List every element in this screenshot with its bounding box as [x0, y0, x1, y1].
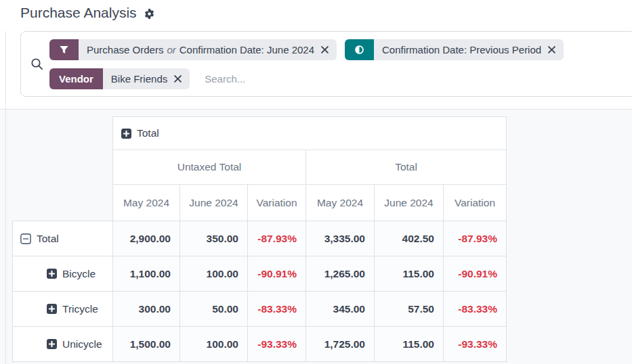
search-bar[interactable]: Purchase Orders or Confirmation Date: Ju…	[20, 31, 632, 97]
pivot-view: Total Untaxed Total Total May 2024 June …	[0, 109, 632, 364]
pivot-cell: 57.50	[375, 292, 444, 327]
page-title: Purchase Analysis	[20, 5, 137, 21]
row-label: Total	[37, 233, 59, 245]
column-header-june-2024[interactable]: June 2024	[375, 185, 444, 221]
measure-header-total[interactable]: Total	[306, 150, 507, 185]
column-header-june-2024[interactable]: June 2024	[180, 185, 248, 221]
pivot-cell: 3,335.00	[306, 221, 375, 256]
close-icon[interactable]	[321, 46, 329, 53]
pivot-cell: 50.00	[180, 292, 248, 327]
facet-comparison-label: Confirmation Date: Previous Period	[382, 44, 541, 55]
facet-list: Purchase Orders or Confirmation Date: Ju…	[43, 39, 629, 89]
expand-icon[interactable]	[47, 304, 57, 314]
search-input[interactable]	[198, 73, 629, 85]
row-header-total[interactable]: Total	[13, 221, 113, 256]
column-group-label: Total	[137, 127, 159, 139]
facet-vendor-field: Vendor	[49, 68, 103, 89]
measure-header-untaxed-total[interactable]: Untaxed Total	[113, 150, 306, 185]
content-left-border	[5, 31, 6, 364]
pivot-cell: 1,500.00	[113, 327, 180, 362]
pivot-cell: 345.00	[306, 292, 375, 327]
pivot-row-tricycle: Tricycle 300.00 50.00 -83.33% 345.00 57.…	[13, 292, 507, 327]
pivot-cell: 300.00	[113, 292, 180, 327]
column-header-variation[interactable]: Variation	[248, 185, 306, 221]
row-label: Tricycle	[62, 303, 98, 315]
filter-icon	[49, 39, 79, 60]
facet-comparison: Confirmation Date: Previous Period	[345, 39, 564, 60]
pivot-cell: 2,900.00	[113, 221, 180, 256]
pivot-cell-variation: -93.33%	[444, 327, 507, 362]
pivot-row-bicycle: Bicycle 1,100.00 100.00 -90.91% 1,265.00…	[13, 256, 507, 292]
pivot-corner-blank	[13, 117, 113, 150]
row-header-tricycle[interactable]: Tricycle	[13, 292, 113, 327]
expand-icon[interactable]	[47, 269, 57, 279]
pivot-cell: 402.50	[375, 221, 444, 256]
row-header-unicycle[interactable]: Unicycle	[13, 327, 113, 362]
column-group-header-total[interactable]: Total	[113, 117, 507, 150]
pivot-cell: 100.00	[180, 327, 248, 362]
facet-filter-label: Purchase Orders or Confirmation Date: Ju…	[87, 44, 314, 55]
pivot-cell: 115.00	[375, 327, 444, 362]
breadcrumb: Purchase Analysis	[20, 5, 155, 21]
pivot-cell-variation: -93.33%	[248, 327, 306, 362]
pivot-cell-variation: -87.93%	[444, 221, 507, 256]
pivot-cell-variation: -83.33%	[444, 292, 507, 327]
facet-filter: Purchase Orders or Confirmation Date: Ju…	[49, 39, 337, 60]
gear-icon[interactable]	[144, 8, 155, 20]
pivot-cell: 115.00	[375, 256, 444, 292]
column-header-variation[interactable]: Variation	[444, 185, 507, 221]
pivot-cell-variation: -87.93%	[248, 221, 306, 256]
pivot-cell: 350.00	[180, 221, 248, 256]
close-icon[interactable]	[548, 46, 555, 53]
search-icon	[30, 58, 43, 70]
pivot-row-unicycle: Unicycle 1,500.00 100.00 -93.33% 1,725.0…	[13, 327, 507, 362]
pivot-cell: 1,265.00	[306, 256, 375, 292]
close-icon[interactable]	[174, 75, 182, 83]
pivot-table: Total Untaxed Total Total May 2024 June …	[12, 116, 507, 362]
pivot-cell-variation: -90.91%	[248, 256, 306, 292]
expand-icon[interactable]	[47, 339, 57, 349]
pivot-cell: 100.00	[180, 256, 248, 292]
pivot-cell: 1,100.00	[113, 256, 180, 292]
facet-vendor-value: Bike Friends	[111, 73, 167, 85]
column-header-may-2024[interactable]: May 2024	[306, 185, 375, 221]
row-header-bicycle[interactable]: Bicycle	[13, 256, 113, 292]
row-label: Bicycle	[62, 268, 96, 280]
pivot-cell: 1,725.00	[306, 327, 375, 362]
column-header-may-2024[interactable]: May 2024	[113, 185, 180, 221]
row-label: Unicycle	[62, 338, 102, 350]
pivot-cell-variation: -90.91%	[444, 256, 507, 292]
comparison-icon	[345, 39, 374, 60]
pivot-row-total: Total 2,900.00 350.00 -87.93% 3,335.00 4…	[13, 221, 507, 256]
expand-icon[interactable]	[121, 129, 131, 139]
facet-vendor: Vendor Bike Friends	[49, 68, 190, 89]
collapse-icon[interactable]	[20, 233, 31, 244]
pivot-cell-variation: -83.33%	[248, 292, 306, 327]
